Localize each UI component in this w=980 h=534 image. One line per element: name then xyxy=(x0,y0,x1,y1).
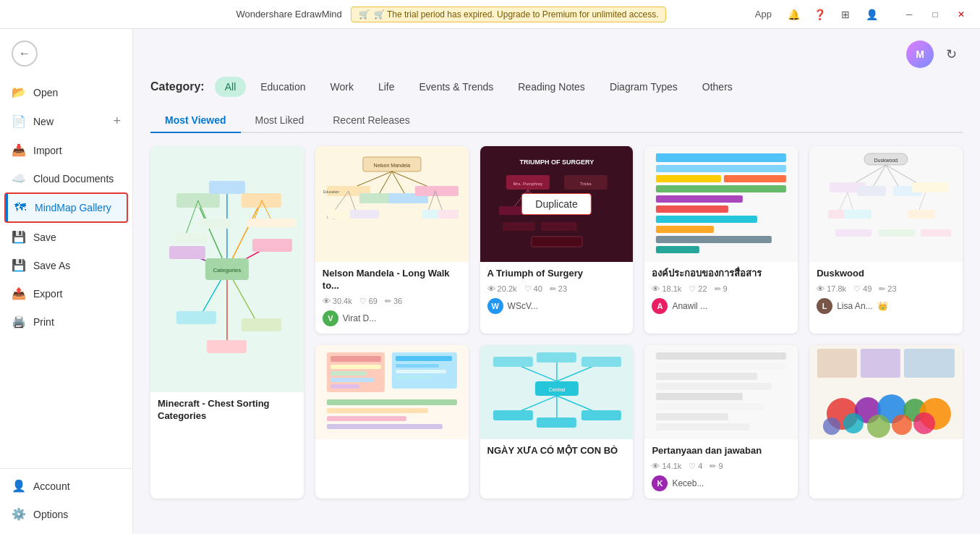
svg-line-30 xyxy=(392,171,406,197)
sidebar-label-save-as: Save As xyxy=(33,260,70,271)
gallery-card-suesarn[interactable]: องค์ประกอบของการสื่อสาร 👁18.1k ♡22 ✏9 A … xyxy=(644,146,798,334)
export-icon: 📤 xyxy=(12,287,26,300)
sidebar-item-save-as[interactable]: 💾 Save As xyxy=(0,251,132,279)
gallery-card-pertanyaan[interactable]: Pertanyaan dan jawaban 👁14.1k ♡4 ✏9 K Ke… xyxy=(644,345,798,499)
svg-rect-69 xyxy=(656,216,757,223)
svg-line-84 xyxy=(848,192,853,211)
gallery-card-ngay-xua[interactable]: Central xyxy=(480,345,634,499)
bell-icon[interactable]: 🔔 xyxy=(783,4,804,25)
gallery-card-duskwood[interactable]: Duskwood xyxy=(809,146,963,334)
edit-icon: ✏ xyxy=(550,284,556,294)
trial-banner[interactable]: 🛒 🛒 The trial period has expired. Upgrad… xyxy=(351,7,667,22)
card-title: NGÀY XƯA CÓ MỘT CON BÒ xyxy=(487,445,626,457)
help-button[interactable]: ❓ xyxy=(809,4,830,25)
svg-rect-94 xyxy=(331,365,381,369)
cart-icon: 🛒 xyxy=(359,9,370,20)
gallery-card-bottom-left[interactable] xyxy=(315,345,469,499)
sidebar-item-print[interactable]: 🖨️ Print xyxy=(0,308,132,336)
svg-rect-72 xyxy=(656,246,699,253)
card-thumbnail xyxy=(644,345,798,439)
views-icon: 👁 xyxy=(817,284,825,293)
category-diagram-types[interactable]: Diagram Types xyxy=(600,77,688,97)
svg-rect-90 xyxy=(879,229,915,237)
sidebar-item-save[interactable]: 💾 Save xyxy=(0,223,132,251)
category-education[interactable]: Education xyxy=(250,77,315,97)
svg-rect-93 xyxy=(331,356,381,362)
edit-icon: ✏ xyxy=(385,297,391,306)
card-title: Duskwood xyxy=(817,268,955,280)
gallery-card-minecraft[interactable]: Categories xyxy=(150,146,304,499)
sidebar-item-account[interactable]: 👤 Account xyxy=(0,472,132,500)
duplicate-button[interactable]: Duplicate xyxy=(521,193,591,215)
category-life[interactable]: Life xyxy=(368,77,405,97)
svg-rect-102 xyxy=(396,376,432,379)
user-menu-button[interactable]: 👤 xyxy=(861,4,882,25)
likes-stat: ♡4 xyxy=(689,462,702,471)
svg-rect-67 xyxy=(656,195,743,203)
category-work[interactable]: Work xyxy=(320,77,364,97)
tab-recent-releases[interactable]: Recent Releases xyxy=(318,109,425,132)
heart-icon: ♡ xyxy=(853,284,861,294)
card-body: Minecraft - Chest Sorting Categories xyxy=(150,392,304,434)
sidebar-bottom: 👤 Account ⚙️ Options xyxy=(0,468,132,528)
category-events[interactable]: Events & Trends xyxy=(409,77,504,97)
gallery-card-nelson[interactable]: Nelson Mandela Education Long Walk... xyxy=(315,146,469,334)
svg-rect-70 xyxy=(656,226,714,233)
content-area: M ↻ Category: All Education Work Life Ev… xyxy=(133,29,980,534)
card-body: Nelson Mandela - Long Walk to... 👁30.4k … xyxy=(315,262,469,334)
import-icon: 📥 xyxy=(12,143,26,157)
svg-rect-43 xyxy=(350,210,379,219)
card-thumbnail xyxy=(644,146,798,262)
category-reading-notes[interactable]: Reading Notes xyxy=(508,77,595,97)
svg-rect-127 xyxy=(656,413,728,420)
svg-rect-61 xyxy=(531,237,581,247)
svg-rect-68 xyxy=(656,205,728,213)
category-all[interactable]: All xyxy=(215,77,247,97)
gallery-icon: 🗺 xyxy=(13,201,27,214)
svg-rect-103 xyxy=(327,399,457,405)
svg-rect-66 xyxy=(656,185,786,192)
new-icon: 📄 xyxy=(12,114,26,128)
sidebar-item-options[interactable]: ⚙️ Options xyxy=(0,500,132,528)
maximize-button[interactable]: □ xyxy=(925,4,945,25)
sidebar-label-options: Options xyxy=(33,509,68,520)
back-button[interactable]: ← xyxy=(12,41,38,67)
sidebar-item-new[interactable]: 📄 New + xyxy=(0,106,132,136)
card-thumbnail: TRIUMPH OF SURGERY Mrs. Pumphrey Tricks xyxy=(480,146,634,262)
svg-text:Nelson Mandela: Nelson Mandela xyxy=(373,163,410,168)
gallery-card-circles[interactable] xyxy=(809,345,963,499)
sidebar-item-cloud[interactable]: ☁️ Cloud Documents xyxy=(0,164,132,192)
close-button[interactable]: ✕ xyxy=(951,4,971,25)
sidebar-label-account: Account xyxy=(33,480,70,492)
card-body: NGÀY XƯA CÓ MỘT CON BÒ xyxy=(480,439,634,469)
card-title: องค์ประกอบของการสื่อสาร xyxy=(652,268,791,280)
sidebar-item-open[interactable]: 📂 Open xyxy=(0,78,132,106)
card-body: องค์ประกอบของการสื่อสาร 👁18.1k ♡22 ✏9 A … xyxy=(644,262,798,321)
card-thumbnail: Categories xyxy=(150,146,304,392)
edit-icon: ✏ xyxy=(879,284,885,294)
minimize-button[interactable]: ─ xyxy=(899,4,919,25)
card-body: Duskwood 👁17.8k ♡49 ✏23 L Lisa An... 👑 xyxy=(809,262,963,321)
user-avatar[interactable]: M xyxy=(906,41,934,68)
sidebar-item-import[interactable]: 📥 Import xyxy=(0,136,132,164)
titlebar: Wondershare EdrawMind 🛒 🛒 The trial peri… xyxy=(0,0,980,29)
print-icon: 🖨️ xyxy=(12,315,26,329)
sidebar-item-gallery[interactable]: 🗺 MindMap Gallery xyxy=(4,192,128,223)
svg-rect-11 xyxy=(209,181,245,194)
edits-stat: ✏36 xyxy=(385,297,402,306)
sidebar-item-export[interactable]: 📤 Export xyxy=(0,279,132,308)
tab-most-liked[interactable]: Most Liked xyxy=(241,109,319,132)
app-button[interactable]: App xyxy=(749,4,777,25)
svg-rect-125 xyxy=(656,393,743,400)
refresh-button[interactable]: ↻ xyxy=(939,43,963,66)
open-icon: 📂 xyxy=(12,85,26,99)
titlebar-controls: App 🔔 ❓ ⊞ 👤 ─ □ ✕ xyxy=(749,4,971,25)
tab-most-viewed[interactable]: Most Viewed xyxy=(150,109,241,132)
category-others[interactable]: Others xyxy=(692,77,743,97)
apps-grid-button[interactable]: ⊞ xyxy=(835,4,856,25)
banner-text: 🛒 The trial period has expired. Upgrade … xyxy=(374,9,659,20)
views-stat: 👁30.4k xyxy=(323,297,352,306)
gallery-card-surgery[interactable]: ♡ TRIUMPH OF SURGERY Mrs. Pumphrey Trick… xyxy=(480,146,634,334)
svg-rect-82 xyxy=(912,182,948,192)
svg-point-139 xyxy=(892,415,912,435)
